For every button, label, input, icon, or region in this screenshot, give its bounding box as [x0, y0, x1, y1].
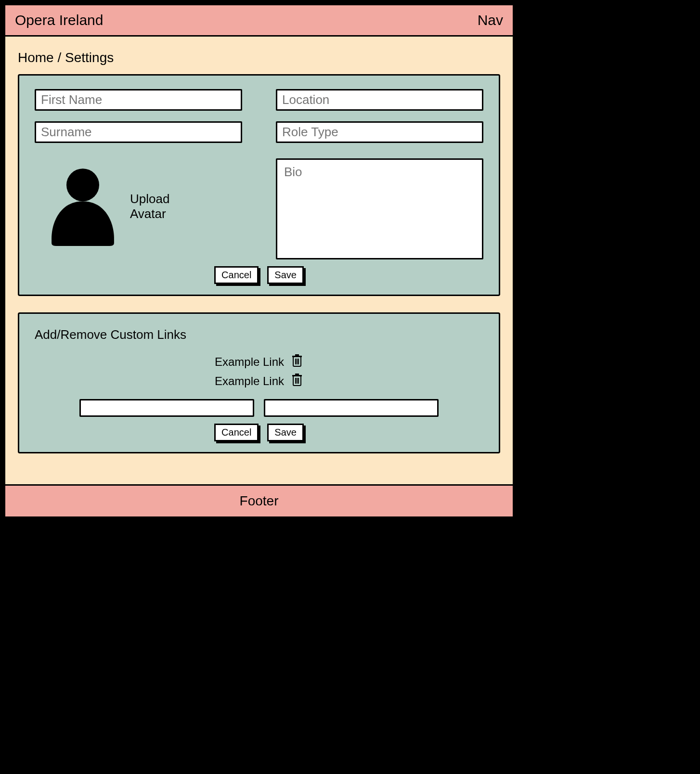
- avatar-upload[interactable]: Upload Avatar: [35, 154, 242, 259]
- content-area: Home / Settings Upload Avatar: [5, 37, 513, 484]
- breadcrumb-current: Settings: [65, 50, 114, 65]
- links-panel: Add/Remove Custom Links Example Link: [18, 312, 500, 453]
- upload-avatar-label: Upload Avatar: [130, 192, 193, 221]
- location-field[interactable]: [276, 89, 483, 111]
- breadcrumb-sep: /: [54, 50, 65, 65]
- app-window: Opera Ireland Nav Home / Settings: [4, 4, 514, 518]
- footer-label: Footer: [240, 493, 279, 508]
- svg-rect-11: [292, 375, 302, 376]
- trash-icon[interactable]: [291, 373, 303, 389]
- avatar-icon: [44, 164, 121, 249]
- trash-icon[interactable]: [291, 354, 303, 370]
- link-name-input[interactable]: [79, 399, 254, 417]
- svg-rect-5: [292, 356, 302, 357]
- svg-point-0: [66, 168, 99, 201]
- nav-link[interactable]: Nav: [478, 12, 503, 28]
- breadcrumb: Home / Settings: [18, 50, 500, 65]
- profile-cancel-button[interactable]: Cancel: [214, 266, 259, 284]
- app-title: Opera Ireland: [15, 12, 103, 28]
- link-item: Example Link: [215, 373, 303, 389]
- links-panel-title: Add/Remove Custom Links: [35, 327, 483, 342]
- link-url-input[interactable]: [264, 399, 439, 417]
- header: Opera Ireland Nav: [5, 5, 513, 37]
- link-label[interactable]: Example Link: [215, 374, 284, 388]
- first-name-field[interactable]: [35, 89, 242, 111]
- footer: Footer: [5, 484, 513, 516]
- link-item: Example Link: [215, 354, 303, 370]
- surname-field[interactable]: [35, 121, 242, 143]
- svg-rect-12: [295, 374, 299, 375]
- links-save-button[interactable]: Save: [267, 424, 304, 441]
- profile-save-button[interactable]: Save: [267, 266, 304, 284]
- link-label[interactable]: Example Link: [215, 355, 284, 369]
- role-type-field[interactable]: [276, 121, 483, 143]
- link-list: Example Link Example Link: [35, 354, 483, 389]
- profile-panel: Upload Avatar Cancel Save: [18, 74, 500, 296]
- bio-field[interactable]: [276, 158, 483, 259]
- breadcrumb-home[interactable]: Home: [18, 50, 54, 65]
- links-cancel-button[interactable]: Cancel: [214, 424, 259, 441]
- svg-rect-6: [295, 354, 299, 356]
